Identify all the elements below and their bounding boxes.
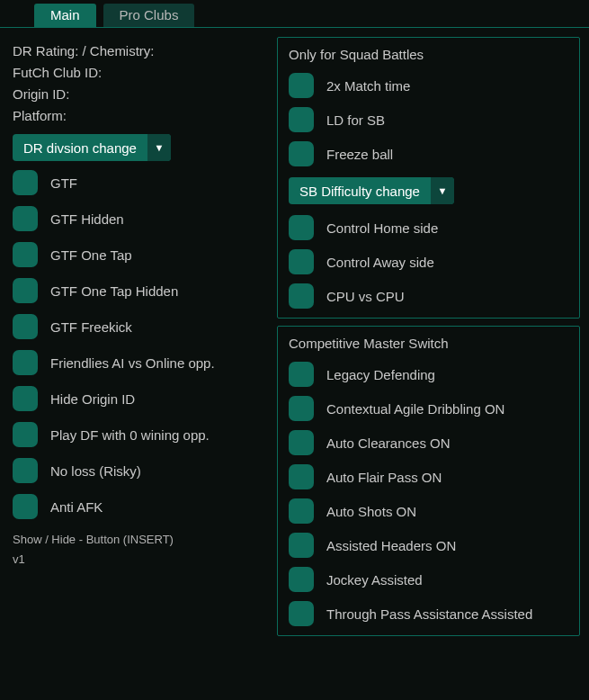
check-label: Friendlies AI vs Online opp. [50, 355, 215, 371]
check-freeze-ball[interactable] [289, 141, 314, 166]
check-hide-origin-id[interactable] [13, 386, 38, 411]
check-label: Auto Shots ON [326, 504, 416, 519]
check-ld-for-sb[interactable] [289, 107, 314, 132]
check-no-loss-risky[interactable] [13, 458, 38, 483]
sb-difficulty-dropdown[interactable]: SB Difficulty change ▼ [289, 177, 454, 204]
tab-main[interactable]: Main [34, 4, 96, 27]
left-column: DR Rating: / Chemistry: FutCh Club ID: O… [13, 37, 272, 636]
info-dr-rating: DR Rating: / Chemistry: [13, 40, 272, 62]
check-gtf-freekick[interactable] [13, 314, 38, 339]
check-control-away-side[interactable] [289, 249, 314, 274]
check-anti-afk[interactable] [13, 494, 38, 519]
check-label: Anti AFK [50, 499, 103, 515]
check-label: CPU vs CPU [326, 289, 405, 304]
squad-battles-panel: Only for Squad Battles 2x Match time LD … [277, 37, 580, 319]
master-switch-title: Competitive Master Switch [289, 336, 568, 351]
check-label: LD for SB [326, 112, 385, 128]
check-play-df-0-winning[interactable] [13, 422, 38, 447]
check-label: No loss (Risky) [50, 463, 141, 479]
check-contextual-agile-dribbling[interactable] [289, 396, 314, 421]
check-label: GTF One Tap Hidden [50, 283, 178, 299]
check-gtf-hidden[interactable] [13, 206, 38, 231]
check-label: Control Home side [326, 220, 438, 236]
check-control-home-side[interactable] [289, 215, 314, 240]
check-auto-shots[interactable] [289, 498, 314, 524]
check-label: GTF One Tap [50, 247, 132, 263]
check-label: Legacy Defending [326, 367, 435, 382]
tabs-bar: Main Pro Clubs [0, 0, 589, 28]
check-gtf[interactable] [13, 170, 38, 195]
check-label: 2x Match time [326, 78, 410, 94]
footer-version: v1 [13, 550, 272, 570]
check-label: Control Away side [326, 255, 434, 270]
check-2x-match-time[interactable] [289, 73, 314, 98]
dr-division-dropdown[interactable]: DR divsion change ▼ [13, 134, 171, 161]
check-label: Freeze ball [326, 147, 393, 162]
check-label: Jockey Assisted [326, 572, 423, 588]
check-label: Hide Origin ID [50, 391, 135, 407]
info-futch-club-id: FutCh Club ID: [13, 62, 272, 84]
check-label: Play DF with 0 wining opp. [50, 427, 210, 443]
check-gtf-one-tap[interactable] [13, 242, 38, 267]
chevron-down-icon: ▼ [147, 134, 171, 161]
check-auto-flair-pass[interactable] [289, 464, 314, 489]
check-gtf-one-tap-hidden[interactable] [13, 278, 38, 303]
check-auto-clearances[interactable] [289, 430, 314, 455]
check-label: Auto Clearances ON [326, 435, 451, 451]
dr-division-label: DR divsion change [13, 140, 147, 156]
chevron-down-icon: ▼ [431, 177, 454, 204]
master-switch-panel: Competitive Master Switch Legacy Defendi… [277, 326, 580, 636]
check-label: GTF [50, 175, 77, 191]
check-label: Contextual Agile Dribbling ON [326, 401, 504, 417]
check-label: GTF Freekick [50, 319, 132, 335]
info-origin-id: Origin ID: [13, 84, 272, 105]
squad-battles-title: Only for Squad Battles [289, 47, 568, 62]
check-legacy-defending[interactable] [289, 362, 314, 387]
check-through-pass-assistance[interactable] [289, 601, 314, 626]
check-cpu-vs-cpu[interactable] [289, 283, 314, 309]
footer-show-hide: Show / Hide - Button (INSERT) [13, 530, 272, 550]
check-assisted-headers[interactable] [289, 533, 314, 558]
info-platform: Platform: [13, 105, 272, 127]
check-label: GTF Hidden [50, 211, 124, 227]
check-label: Assisted Headers ON [326, 538, 456, 553]
check-label: Through Pass Assistance Assisted [326, 606, 532, 622]
tab-pro-clubs[interactable]: Pro Clubs [103, 4, 195, 27]
right-column: Only for Squad Battles 2x Match time LD … [277, 37, 580, 636]
check-label: Auto Flair Pass ON [326, 470, 442, 485]
check-friendlies-ai-vs-online[interactable] [13, 350, 38, 375]
sb-difficulty-label: SB Difficulty change [289, 184, 431, 199]
check-jockey-assisted[interactable] [289, 567, 314, 592]
